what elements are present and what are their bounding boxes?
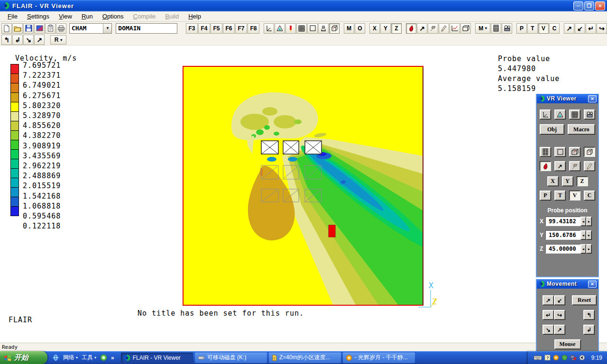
o-button[interactable]: O	[355, 23, 365, 34]
task-flair[interactable]: FLAIR - VR Viewer	[121, 353, 193, 363]
antivirus-tray-icon[interactable]	[561, 355, 568, 361]
menu-run[interactable]: Run	[77, 12, 98, 21]
open-button[interactable]	[12, 23, 23, 34]
keyboard-icon[interactable]	[533, 355, 542, 361]
cfd-contour-plot[interactable]	[183, 66, 423, 306]
wireframe-toggle-button[interactable]	[275, 23, 285, 34]
f5-button[interactable]: F5	[211, 23, 222, 34]
panel-wireframe-button[interactable]	[554, 109, 566, 119]
network-error-tray-icon[interactable]	[570, 355, 577, 361]
minimize-button[interactable]: ─	[573, 1, 583, 10]
rotate-right-button[interactable]: ↲	[12, 35, 23, 45]
panel-box3d-button[interactable]	[569, 147, 580, 157]
probe-y-decrement[interactable]: ◄	[580, 230, 586, 240]
move-ne2-button[interactable]: ↗	[554, 325, 565, 335]
volume-tray-icon[interactable]	[579, 355, 585, 361]
menu-options[interactable]: Options	[98, 12, 129, 21]
panel-y-plane-button[interactable]: Y	[562, 176, 573, 186]
obj-button[interactable]: Obj	[540, 124, 564, 135]
m-button[interactable]: M	[344, 23, 354, 34]
panel-v-button[interactable]: V	[569, 191, 580, 200]
reset-button[interactable]: Reset	[572, 295, 597, 305]
image-button[interactable]	[34, 23, 45, 34]
mouse-button[interactable]: Mouse	[554, 339, 581, 349]
panel-p-button[interactable]: P	[540, 191, 551, 200]
move-se-button[interactable]: ↘	[543, 325, 554, 335]
probe-z-decrement[interactable]: ◄	[580, 244, 586, 254]
object-view-button[interactable]	[318, 23, 329, 34]
z-plane-button[interactable]: Z	[391, 23, 402, 34]
p-button[interactable]: P	[516, 23, 527, 34]
view-return-button[interactable]: ↵	[586, 23, 596, 34]
panel-film-button[interactable]	[540, 147, 551, 157]
panel-z-plane-button[interactable]: Z	[577, 176, 588, 186]
view-arrow-ne-button[interactable]: ↗	[564, 23, 574, 34]
probe-tool-button[interactable]	[406, 23, 416, 34]
flag-button[interactable]	[428, 23, 438, 34]
vr-panel-titlebar[interactable]: VR Viewer ×	[537, 94, 598, 103]
panel-pencil-button[interactable]	[584, 161, 595, 171]
overflow-chevron[interactable]: »	[111, 355, 114, 361]
probe-y-input[interactable]	[545, 230, 580, 240]
panel-cube-button[interactable]	[584, 147, 595, 157]
save-button[interactable]	[23, 23, 34, 34]
menu-help[interactable]: Help	[184, 12, 206, 21]
task-music-player[interactable]: - 光辉岁月 - 千千静...	[343, 353, 415, 363]
vector-arrow-button[interactable]: ↗	[417, 23, 427, 34]
print-button[interactable]	[56, 23, 66, 34]
x-plane-button[interactable]: X	[369, 23, 380, 34]
probe-object[interactable]	[329, 225, 335, 237]
tilt-down-button[interactable]: ↘	[23, 35, 34, 45]
cube-view-button[interactable]	[329, 23, 340, 34]
view-hook-button[interactable]: ↪	[597, 23, 607, 34]
new-file-button[interactable]	[1, 23, 12, 34]
box3d-button[interactable]	[460, 23, 471, 34]
panel-axes-button[interactable]	[540, 109, 551, 119]
probe-y-increment[interactable]: ►	[586, 230, 592, 240]
f4-button[interactable]: F4	[198, 23, 210, 34]
start-button[interactable]: 开始	[0, 351, 47, 364]
close-icon[interactable]: ×	[588, 95, 597, 102]
r-dropdown-button[interactable]: R▾	[50, 35, 66, 45]
view-arrow-sw-button[interactable]: ↙	[575, 23, 585, 34]
restore-button[interactable]: ❐	[584, 1, 594, 10]
task-velocity-doc[interactable]: Z=40m的小区速度...	[269, 353, 341, 363]
messenger-icon[interactable]	[100, 354, 107, 361]
c-button[interactable]: C	[549, 23, 560, 34]
copy-button[interactable]	[45, 23, 55, 34]
f6-button[interactable]: F6	[223, 23, 235, 34]
probe-z-increment[interactable]: ►	[586, 244, 592, 254]
macro-button[interactable]: Macro	[568, 124, 595, 135]
clock[interactable]: 9:19	[591, 355, 602, 361]
close-button[interactable]: ×	[595, 1, 605, 10]
m-dropdown-button[interactable]: M ▾	[475, 23, 490, 34]
y-plane-button[interactable]: Y	[380, 23, 391, 34]
close-icon[interactable]: ×	[588, 281, 597, 288]
move-ne-button[interactable]: ↗	[543, 295, 554, 305]
f8-button[interactable]: F8	[248, 23, 259, 34]
move-return-button[interactable]: ↵	[543, 310, 554, 320]
mesh-toggle-button[interactable]	[296, 23, 307, 34]
probe-x-input[interactable]	[545, 217, 580, 226]
tilt-up-button[interactable]: ↗	[34, 35, 45, 45]
menu-view[interactable]: View	[54, 12, 77, 21]
player-tray-icon[interactable]	[553, 355, 559, 361]
chevron-down-icon[interactable]: ▼	[103, 24, 111, 33]
domain-field[interactable]: DOMAIN	[116, 23, 177, 34]
panel-mesh-button[interactable]	[569, 109, 580, 119]
browser-icon[interactable]	[52, 354, 59, 361]
outline-toggle-button[interactable]	[307, 23, 318, 34]
task-removable-disk[interactable]: 可移动磁盘 (K:)	[195, 353, 267, 363]
movement-panel-titlebar[interactable]: Movement ×	[537, 279, 598, 289]
move-hook-button[interactable]: ↪	[554, 310, 565, 320]
panel-flag-button[interactable]	[569, 161, 580, 171]
probe-x-decrement[interactable]: ◄	[580, 217, 586, 226]
animation-button[interactable]	[502, 23, 512, 34]
graph-button[interactable]	[450, 23, 460, 34]
panel-c-button[interactable]: C	[584, 191, 595, 200]
f3-button[interactable]: F3	[186, 23, 198, 34]
cham-combobox[interactable]: CHAM ▼	[69, 23, 112, 34]
panel-animation-button[interactable]	[584, 109, 595, 119]
film-button[interactable]	[491, 23, 501, 34]
panel-outline-button[interactable]	[554, 147, 566, 157]
